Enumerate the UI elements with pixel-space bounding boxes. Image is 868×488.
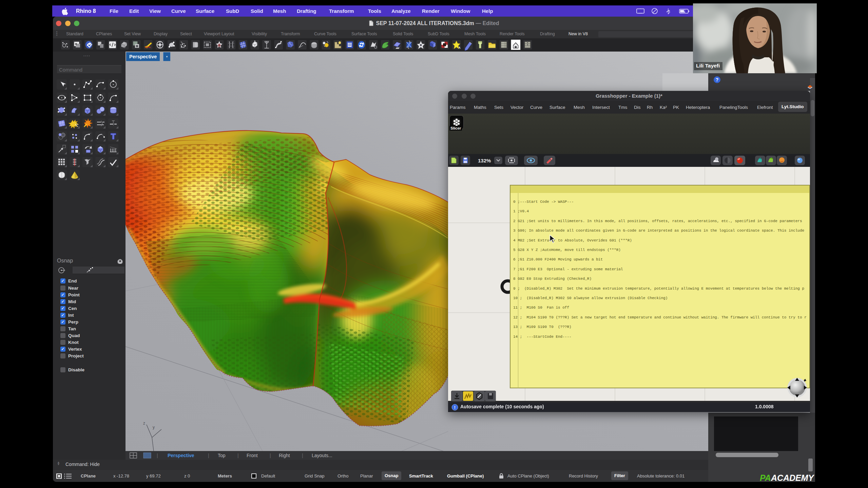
svg-text:z: z [143,421,145,426]
svg-text:y: y [153,425,155,430]
svg-text:132%: 132% [478,158,491,163]
svg-text:!: ! [454,405,456,410]
